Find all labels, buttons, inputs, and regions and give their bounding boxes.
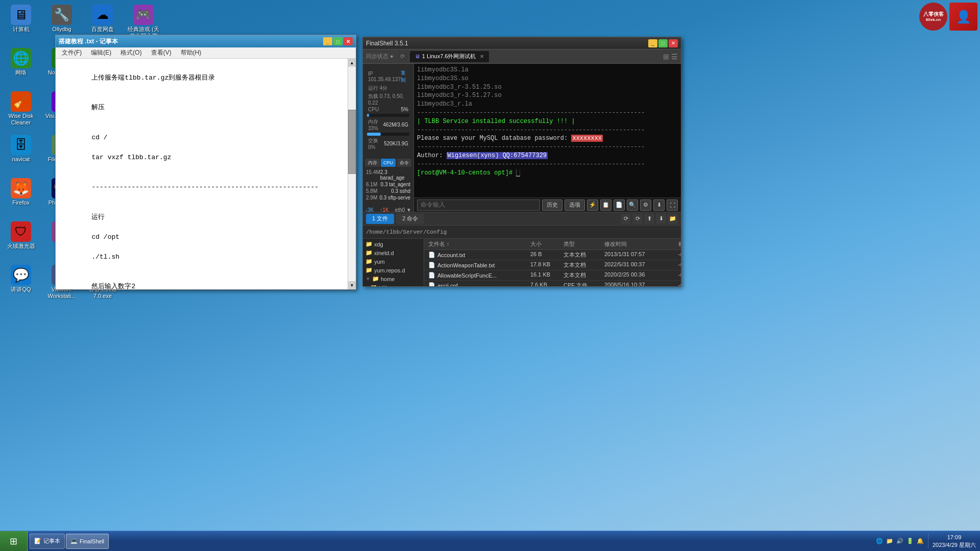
terminal-line-2: libmyodbc3S.so bbox=[417, 74, 678, 83]
list-view-icon[interactable]: ☰ bbox=[671, 53, 678, 61]
file-row[interactable]: 📄ActionWeaponTable.txt 17.8 KB 文本文档 2022… bbox=[424, 260, 681, 270]
tab-files[interactable]: 1 文件 bbox=[366, 214, 394, 224]
load-row: 负载 0.73, 0.50, 0.22 bbox=[367, 92, 409, 106]
finalshell-titlebar[interactable]: FinalShell 3.5.1 _ □ ✕ bbox=[363, 37, 681, 49]
taskbar-clock[interactable]: 17:09 2023/4/29 星期六 bbox=[928, 534, 980, 548]
desktop-icon-label: 火绒激光器 bbox=[7, 243, 35, 249]
tab-mem[interactable]: 内存 bbox=[365, 159, 380, 167]
scrollbar-up-button[interactable]: ▲ bbox=[348, 59, 356, 67]
tree-yum[interactable]: 📁yum bbox=[364, 257, 423, 266]
search-icon[interactable]: 🔍 bbox=[627, 199, 638, 211]
cpu-bar-fill bbox=[367, 114, 369, 117]
notepad-close-button[interactable]: ✕ bbox=[344, 37, 353, 45]
desktop-icon-network[interactable]: 🌐 网络 bbox=[3, 46, 39, 89]
new-folder-icon[interactable]: 📁 bbox=[668, 214, 678, 224]
tree-yumrepos[interactable]: 📁yum.repos.d bbox=[364, 266, 423, 274]
settings-icon[interactable]: ⚙ bbox=[640, 199, 651, 211]
paste-icon[interactable]: 📄 bbox=[614, 199, 625, 211]
taskbar-item-notepad[interactable]: 📝 记事本 bbox=[30, 534, 65, 549]
server-tab-1[interactable]: 🖥 1 Linux7.6外网测试机 ✕ bbox=[410, 51, 489, 62]
terminal-line-5: libmyodbc3_r.la bbox=[417, 100, 678, 109]
notepad-maximize-button[interactable]: □ bbox=[333, 37, 342, 45]
notepad-taskbar-label: 记事本 bbox=[43, 537, 60, 545]
terminal-line-10: ----------------------------------------… bbox=[417, 143, 678, 152]
notepad-taskbar-icon: 📝 bbox=[34, 538, 41, 544]
tree-home[interactable]: ▼📁home bbox=[364, 274, 423, 283]
lightning-icon[interactable]: ⚡ bbox=[587, 199, 598, 211]
desktop-icon-computer[interactable]: 🖥 计算机 bbox=[3, 3, 39, 46]
start-button[interactable]: ⊞ bbox=[0, 531, 28, 551]
tab-commands[interactable]: 2 命令 bbox=[396, 214, 424, 224]
desktop-icon-label: 讲讲QQ bbox=[11, 286, 31, 293]
finalshell-close-button[interactable]: ✕ bbox=[669, 39, 678, 47]
stats-info: IP 101.35.49.137 复制 运行 4分 负载 0.73, 0.50,… bbox=[365, 67, 411, 153]
notepad-menu-view[interactable]: 查看(V) bbox=[147, 47, 176, 58]
desktop-icon-label: Ollydbg bbox=[52, 26, 71, 33]
finalshell-minimize-button[interactable]: _ bbox=[648, 39, 657, 47]
tray-icon-4[interactable]: 🔋 bbox=[906, 538, 914, 544]
notepad-minimize-button[interactable]: _ bbox=[323, 37, 332, 45]
clock-date: 2023/4/29 星期六 bbox=[933, 541, 976, 548]
taskbar: ⊞ 📝 记事本 💻 FinalShell 🌐 📁 🔊 🔋 🔔 17:09 202… bbox=[0, 531, 980, 551]
tree-xinetd[interactable]: 📁xinetd.d bbox=[364, 248, 423, 257]
fullscreen-icon[interactable]: ⛶ bbox=[667, 199, 678, 211]
tray-icon-5[interactable]: 🔔 bbox=[917, 538, 924, 544]
cpu-row: CPU 5% bbox=[367, 106, 409, 113]
proc-row-2: 6.1M 0.3 tat_agent bbox=[365, 181, 411, 188]
desktop-icon-wise[interactable]: 🧹 Wise Disk Cleaner bbox=[3, 89, 39, 133]
file-row[interactable]: 📄Account.txt 26 B 文本文档 2013/1/31 07:57 -… bbox=[424, 250, 681, 260]
file-row[interactable]: 📄ascii.cpf 7.6 KB CPF 文件 2008/5/16 10:37… bbox=[424, 281, 681, 286]
desktop-icon-navicat[interactable]: 🗄 navicat bbox=[3, 133, 39, 176]
tab-cpu[interactable]: CPU bbox=[381, 159, 396, 167]
col-date: 修改时间 bbox=[603, 240, 677, 248]
server-tab-close[interactable]: ✕ bbox=[480, 54, 484, 59]
terminal-line-3: libmyodbc3_r-3.51.25.so bbox=[417, 83, 678, 92]
terminal-line-9: Please save your MySQL database password… bbox=[417, 134, 678, 143]
swap-row: 交换 0% 520K/3.9G bbox=[367, 137, 409, 151]
download-icon-2[interactable]: ⬇ bbox=[656, 214, 666, 224]
copy-icon[interactable]: 📋 bbox=[600, 199, 611, 211]
desktop-icon-firefox[interactable]: 🦊 Firefox bbox=[3, 176, 39, 219]
desktop-icon-huorong[interactable]: 🛡 火绒激光器 bbox=[3, 219, 39, 263]
col-type: 类型 bbox=[562, 240, 603, 248]
stat-mini-tabs: 内存 CPU 命令 bbox=[365, 159, 411, 167]
refresh-icon[interactable]: ⟳ bbox=[398, 52, 408, 62]
notepad-menu-edit[interactable]: 编辑(E) bbox=[87, 47, 115, 58]
file-row[interactable]: 📄AllowableScriptFuncE... 16.1 KB 文本文档 20… bbox=[424, 270, 681, 281]
notepad-menu-help[interactable]: 帮助(H) bbox=[177, 47, 206, 58]
notepad-scrollbar[interactable]: ▲ ▼ bbox=[348, 59, 356, 289]
notepad-menu-file[interactable]: 文件(F) bbox=[58, 47, 86, 58]
scrollbar-thumb[interactable] bbox=[348, 110, 356, 174]
refresh-icon-2[interactable]: ⟳ bbox=[632, 214, 643, 224]
upload-icon[interactable]: ⬆ bbox=[644, 214, 654, 224]
notepad-text-area[interactable]: 上传服务端tlbb.tar.gz到服务器根目录 解压 cd / tar vxzf… bbox=[56, 59, 348, 289]
notepad-menu-format[interactable]: 格式(O) bbox=[116, 47, 145, 58]
scrollbar-track[interactable] bbox=[348, 67, 356, 281]
taskbar-item-finalshell[interactable]: 💻 FinalShell bbox=[66, 534, 109, 549]
desktop-icon-qq[interactable]: 💬 讲讲QQ bbox=[3, 263, 39, 306]
tray-icon-1[interactable]: 🌐 bbox=[876, 538, 883, 544]
desktop-icon-label: Wise Disk Cleaner bbox=[5, 113, 37, 126]
file-tree: 📁xdg 📁xinetd.d 📁yum 📁yum.repos.d ▼📁home … bbox=[363, 239, 424, 286]
download-icon[interactable]: ⬇ bbox=[653, 199, 665, 211]
grid-view-icon[interactable]: ⊞ bbox=[663, 53, 669, 61]
finalshell-maximize-button[interactable]: □ bbox=[658, 39, 668, 47]
notepad-titlebar[interactable]: 搭建教程 .txt - 记事本 _ □ ✕ bbox=[56, 35, 356, 47]
file-header: 文件名 ↑ 大小 类型 修改时间 权限 bbox=[424, 239, 681, 250]
clock-time: 17:09 bbox=[933, 534, 976, 541]
logo-badge: 八零侠客 80xk.cn bbox=[919, 3, 947, 31]
scrollbar-down-button[interactable]: ▼ bbox=[348, 281, 356, 289]
tree-xdg[interactable]: 📁xdg bbox=[364, 240, 423, 248]
file-path: /home/tlbb/Server/Config bbox=[366, 229, 678, 235]
terminal-output[interactable]: libmyodbc3S.la libmyodbc3S.so libmyodbc3… bbox=[414, 64, 681, 197]
tray-icon-3[interactable]: 🔊 bbox=[896, 538, 903, 544]
tray-icon-2[interactable]: 📁 bbox=[886, 538, 893, 544]
copy-ip-button[interactable]: 复制 bbox=[401, 69, 408, 84]
terminal-input[interactable] bbox=[417, 199, 540, 211]
tree-billing[interactable]: 📁billing bbox=[364, 283, 423, 286]
options-button[interactable]: 选项 bbox=[565, 199, 585, 211]
history-icon[interactable]: ⟳ bbox=[621, 214, 631, 224]
history-button[interactable]: 历史 bbox=[542, 199, 562, 211]
mem-row: 内存 33% 462M/3.6G bbox=[367, 118, 409, 132]
tab-cmd[interactable]: 命令 bbox=[397, 159, 411, 167]
